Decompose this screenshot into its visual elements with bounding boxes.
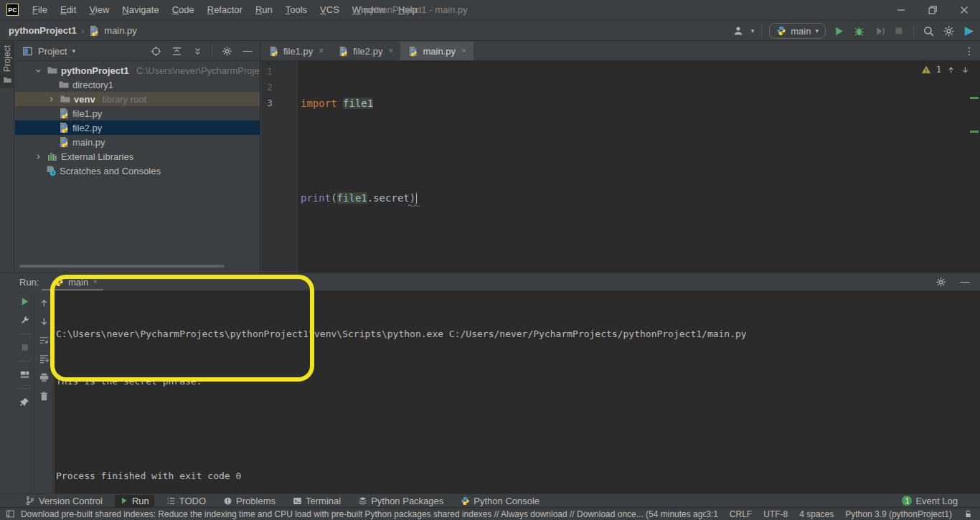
menu-vcs[interactable]: VCS [314,1,346,19]
run-button[interactable] [831,24,846,38]
tab-file2[interactable]: file2.py × [331,42,400,60]
hide-panel-button[interactable]: — [240,44,255,58]
menu-navigate[interactable]: Navigate [116,1,165,19]
menu-view[interactable]: View [83,1,116,19]
tree-row-scratches[interactable]: Scratches and Consoles [15,164,260,178]
project-panel-header: Project ▾ — [15,42,260,61]
stripe-button-project[interactable]: Project [0,42,14,88]
identifier-file1: file1 [337,192,367,204]
previous-problem-icon[interactable] [946,65,956,75]
toolwindow-terminal[interactable]: Terminal [288,495,346,507]
tree-row-file1[interactable]: file1.py [15,106,260,120]
tab-options-button[interactable]: ⋮ [958,42,980,60]
edit-configuration-button[interactable] [19,315,30,326]
code-text: import file1 print(file1.secret) [301,64,966,237]
toolwindow-run[interactable]: Run [115,495,154,507]
run-tab-main[interactable]: main × [54,273,98,290]
tree-label: file1.py [72,108,102,119]
collapse-all-button[interactable] [189,44,205,58]
restore-button[interactable] [917,0,948,20]
toolwindow-python-console[interactable]: Python Console [456,495,545,507]
pin-tab-button[interactable] [19,397,30,407]
navigation-bar: pythonProject1 › main.py ▾ main ▾ [0,21,980,41]
tree-row-external-libraries[interactable]: External Libraries [15,149,260,164]
tab-file1[interactable]: file1.py × [261,42,331,60]
line-separator[interactable]: CRLF [730,509,752,519]
soft-wrap-button[interactable] [39,335,50,346]
toolwindow-label: Python Console [473,496,540,506]
run-console-output[interactable]: C:\Users\never\PycharmProjects\pythonPro… [55,290,980,493]
next-problem-icon[interactable] [961,65,970,75]
print-button[interactable] [39,372,50,383]
close-icon[interactable]: × [461,46,466,56]
menu-edit[interactable]: Edit [54,1,83,19]
rerun-button[interactable] [19,296,30,307]
menu-run[interactable]: Run [249,1,279,19]
menu-tools[interactable]: Tools [279,1,314,19]
menu-refactor[interactable]: Refactor [201,1,249,19]
search-everywhere-button[interactable] [921,24,936,38]
menu-code[interactable]: Code [166,1,201,19]
close-icon[interactable]: × [93,277,98,287]
panel-options-button[interactable] [219,44,235,58]
chevron-down-icon: ▾ [751,27,755,34]
expand-all-button[interactable] [169,44,184,58]
close-icon[interactable]: × [388,46,393,56]
code-with-me-button[interactable] [961,24,976,38]
python-interpreter[interactable]: Python 3.9 (pythonProject1) [845,509,952,519]
project-panel-title[interactable]: Project [38,46,67,57]
file-encoding[interactable]: UTF-8 [763,509,788,519]
divider [18,334,31,334]
run-panel-options-button[interactable] [933,275,948,289]
problems-icon [223,496,232,506]
tab-label: file1.py [283,46,313,57]
tree-row-main[interactable]: main.py [15,135,260,149]
divider [212,44,212,57]
indent-style[interactable]: 4 spaces [799,509,834,519]
breadcrumb-project[interactable]: pythonProject1 [9,25,77,36]
up-stacktrace-button[interactable] [39,298,50,308]
scroll-to-end-button[interactable] [39,354,50,364]
stop-button[interactable] [19,342,30,353]
run-tool-window: Run: main × — [0,273,980,493]
restore-layout-button[interactable] [19,369,30,380]
folder-icon [58,79,70,90]
toolwindow-todo[interactable]: TODO [161,495,211,507]
horizontal-scrollbar[interactable] [19,265,225,268]
inspection-widget[interactable]: 1 [921,65,970,75]
tree-row-directory1[interactable]: directory1 [15,77,260,92]
python-icon [461,496,470,506]
debug-button[interactable] [852,24,866,38]
toolwindow-problems[interactable]: Problems [218,495,281,507]
run-configuration-select[interactable]: main ▾ [769,23,826,39]
divider [913,24,914,37]
event-count-badge: 1 [902,496,912,506]
tree-row-project-root[interactable]: pythonProject1 C:\Users\never\PycharmPro… [15,63,260,77]
tool-window-switcher-icon[interactable] [6,509,15,519]
minimize-button[interactable] [885,0,917,20]
code-editor[interactable]: 1 2 3 import file1 print(file1.secret) 1 [261,61,980,273]
stop-button[interactable] [892,24,906,38]
tree-row-file2-selected[interactable]: file2.py [15,120,260,135]
event-log-button[interactable]: 1 Event Log [897,495,963,507]
caret-position[interactable]: 3:1 [706,509,718,519]
tree-row-venv[interactable]: venv library root [15,92,260,106]
tree-label: file2.py [72,123,102,133]
clear-all-button[interactable] [39,391,50,402]
status-message[interactable]: Download pre-built shared indexes: Reduc… [21,509,706,519]
hide-run-panel-button[interactable]: — [957,275,973,289]
user-account-button[interactable] [731,24,745,38]
settings-button[interactable] [941,24,956,38]
close-icon[interactable]: × [319,46,324,56]
breadcrumb-file[interactable]: main.py [104,25,137,36]
select-opened-file-button[interactable] [148,44,164,58]
toolwindow-python-packages[interactable]: Python Packages [353,495,448,507]
lock-icon[interactable] [963,509,973,519]
python-file-icon [268,46,279,57]
menu-file[interactable]: File [26,1,54,19]
run-with-coverage-button[interactable] [872,24,886,38]
toolwindow-version-control[interactable]: Version Control [20,495,108,507]
down-stacktrace-button[interactable] [39,316,50,327]
tab-main-active[interactable]: main.py × [400,42,473,60]
close-button[interactable] [948,0,980,20]
